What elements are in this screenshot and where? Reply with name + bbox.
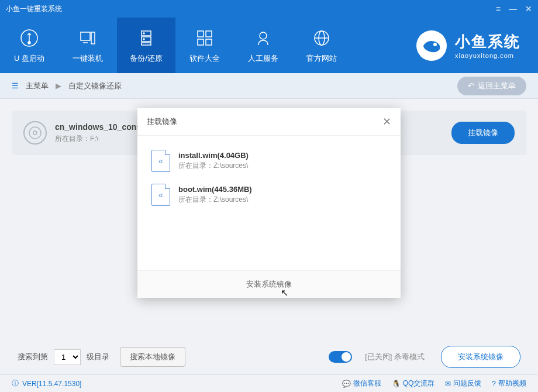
svg-rect-7 (142, 43, 151, 45)
file-item-boot[interactable]: « boot.wim(445.36MB) 所在目录：Z:\sources\ (137, 178, 401, 212)
return-label: 返回主菜单 (478, 81, 516, 91)
feedback-link[interactable]: ✉ 问题反馈 (445, 379, 481, 388)
feedback-icon: ✉ (445, 380, 451, 388)
help-video-link[interactable]: ? 帮助视频 (492, 379, 526, 388)
breadcrumb: ☰ 主菜单 ▶ 自定义镜像还原 (12, 81, 122, 91)
undo-icon: ↶ (468, 81, 474, 90)
return-main-button[interactable]: ↶ 返回主菜单 (457, 77, 526, 95)
svg-point-14 (260, 32, 267, 39)
computer-icon (77, 27, 98, 49)
nav-usb-boot[interactable]: U 盘启动 (0, 18, 58, 73)
brand: 小鱼系统 xiaoyuxitong.com (415, 18, 538, 73)
grid-icon (194, 27, 215, 49)
nav-website[interactable]: 官方网站 (292, 18, 351, 73)
status-links: 💬 微信客服 🐧 QQ交流群 ✉ 问题反馈 ? 帮助视频 (342, 379, 526, 388)
nav-label: 一键装机 (73, 53, 103, 64)
qq-group-link[interactable]: 🐧 QQ交流群 (392, 379, 435, 388)
nav-label: 人工服务 (248, 53, 278, 64)
nav-backup-restore[interactable]: 备份/还原 (117, 18, 175, 73)
svg-point-20 (440, 36, 442, 39)
main-nav: U 盘启动 一键装机 备份/还原 软件大全 人工服务 官方网站 小鱼系统 (0, 18, 538, 73)
file-path: 所在目录：Z:\sources\ (178, 161, 387, 171)
svg-rect-11 (206, 31, 212, 37)
wim-file-icon: « (151, 150, 170, 172)
modal-title: 挂载镜像 (147, 116, 177, 127)
headset-icon (253, 27, 274, 49)
svg-point-9 (143, 39, 144, 40)
usb-icon (19, 27, 40, 49)
close-icon[interactable]: ✕ (525, 4, 532, 13)
version-text: VER[11.5.47.1530] (22, 380, 81, 388)
svg-rect-12 (198, 39, 204, 45)
window-controls: ≡ — ✕ (496, 4, 532, 13)
app-title: 小鱼一键重装系统 (6, 4, 62, 14)
qq-icon: 🐧 (392, 380, 401, 388)
wim-file-icon: « (151, 184, 170, 206)
modal-header: 挂载镜像 ✕ (137, 108, 401, 136)
svg-rect-10 (198, 31, 204, 37)
file-item-install[interactable]: « install.wim(4.04GB) 所在目录：Z:\sources\ (137, 144, 401, 178)
menu-icon[interactable]: ≡ (496, 4, 501, 13)
globe-icon (311, 27, 332, 49)
svg-point-1 (28, 42, 30, 44)
statusbar: ⓘ VER[11.5.47.1530] 💬 微信客服 🐧 QQ交流群 ✉ 问题反… (0, 374, 538, 392)
cursor-icon: ↖ (281, 287, 288, 298)
wechat-support-link[interactable]: 💬 微信客服 (342, 379, 381, 388)
titlebar: 小鱼一键重装系统 ≡ — ✕ (0, 0, 538, 18)
modal-install-button[interactable]: 安装系统镜像 ↖ (137, 270, 401, 298)
nav-one-click[interactable]: 一键装机 (58, 18, 117, 73)
file-name: install.wim(4.04GB) (178, 151, 387, 160)
modal-body: « install.wim(4.04GB) 所在目录：Z:\sources\ «… (137, 136, 401, 270)
brand-subtitle: xiaoyuxitong.com (455, 52, 520, 59)
brand-title: 小鱼系统 (455, 32, 520, 52)
file-path: 所在目录：Z:\sources\ (178, 195, 387, 205)
nav-label: 软件大全 (189, 53, 220, 64)
svg-rect-3 (91, 32, 95, 44)
nav-software[interactable]: 软件大全 (175, 18, 234, 73)
svg-point-19 (433, 43, 437, 46)
modal-close-button[interactable]: ✕ (382, 115, 391, 128)
breadcrumb-bar: ☰ 主菜单 ▶ 自定义镜像还原 ↶ 返回主菜单 (0, 73, 538, 99)
svg-point-21 (443, 40, 444, 42)
help-icon: ? (492, 380, 496, 388)
server-icon (136, 27, 157, 49)
svg-rect-13 (206, 39, 212, 45)
breadcrumb-current: 自定义镜像还原 (68, 81, 122, 91)
nav-label: U 盘启动 (14, 53, 44, 64)
info-icon: ⓘ (12, 379, 19, 388)
breadcrumb-home[interactable]: 主菜单 (26, 81, 49, 91)
nav-support[interactable]: 人工服务 (234, 18, 292, 73)
nav-label: 备份/还原 (130, 53, 163, 64)
file-name: boot.wim(445.36MB) (178, 185, 387, 194)
minimize-icon[interactable]: — (509, 4, 517, 13)
modal-overlay: 挂载镜像 ✕ « install.wim(4.04GB) 所在目录：Z:\sou… (0, 99, 538, 374)
mount-modal: 挂载镜像 ✕ « install.wim(4.04GB) 所在目录：Z:\sou… (137, 108, 401, 298)
fish-logo-icon (415, 29, 448, 62)
wechat-icon: 💬 (342, 380, 351, 388)
svg-point-8 (143, 33, 144, 34)
svg-rect-2 (81, 32, 90, 40)
chevron-right-icon: ▶ (56, 81, 61, 90)
list-icon: ☰ (12, 81, 19, 90)
nav-label: 官方网站 (306, 53, 337, 64)
